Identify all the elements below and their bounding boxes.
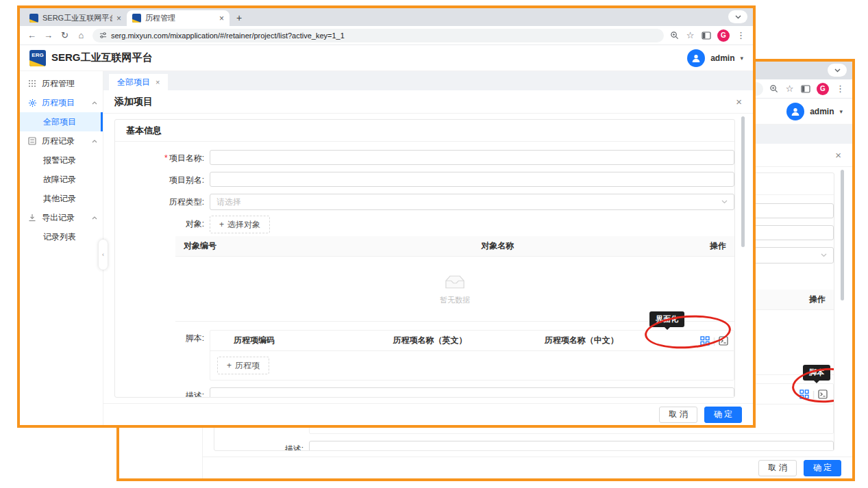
col-object-name: 对象名称 [481,240,702,252]
empty-text: 暂无数据 [440,295,470,305]
add-project-modal: 添加项目 × 基本信息 *项目名称: [103,90,753,425]
foreground-screenshot: SERG工业互联网平台 × 历程管理 × + ← → ↻ ⌂ se [17,5,756,428]
modal-close-icon[interactable]: × [835,150,841,160]
required-mark: * [164,153,168,163]
object-table: 对象编号 对象名称 操作 暂无数据 [175,236,734,322]
user-caret-icon: ▾ [740,55,743,62]
browser-profile-avatar[interactable]: G [817,83,829,95]
col-action: 操作 [801,294,826,305]
browser-tabstrip: SERG工业互联网平台 × 历程管理 × + [20,8,753,26]
col-journey-code: 历程项编码 [210,335,393,346]
download-icon [28,214,37,222]
sidebar-item-record-list[interactable]: 记录列表 [20,227,103,246]
sidebar-group-label: 历程项目 [42,97,75,109]
sidebar-group-export-records[interactable]: 导出记录 [20,208,103,227]
address-bar[interactable]: serg.mixyun.com/mixapplication/#/retaine… [92,29,664,42]
chevron-down-icon [821,253,827,257]
forward-icon[interactable]: → [43,31,53,40]
ok-button[interactable]: 确 定 [704,407,742,423]
zoom-icon[interactable] [670,31,679,40]
side-panel-icon[interactable] [702,31,711,40]
modal-close-icon[interactable]: × [736,97,742,107]
sidebar-title: 历程管理 [20,74,103,93]
reload-icon[interactable]: ↻ [60,31,70,40]
user-caret-icon: ▾ [839,108,843,115]
description-input[interactable] [309,441,834,451]
sidebar-item-all-projects[interactable]: 全部项目 [20,112,103,131]
sidebar-collapse-handle[interactable]: ‹ [99,240,108,270]
site-favicon [29,14,38,23]
tooltip-script-mode: 脚本 [803,365,830,381]
modal-scrollbar[interactable] [741,116,745,400]
plus-icon: + [227,361,232,370]
browser-menu-icon[interactable]: ⋮ [736,31,746,40]
user-avatar-icon[interactable] [687,49,705,67]
add-journey-item-button[interactable]: + 历程项 [217,357,269,374]
empty-box-icon [441,272,469,292]
gear-icon [28,99,37,107]
home-icon[interactable]: ⌂ [76,31,86,40]
project-name-label: *项目名称: [121,150,210,166]
serg-logo: ERG [29,50,46,66]
browser-menu-icon[interactable]: ⋮ [835,84,845,93]
site-favicon [132,14,141,23]
mode-switch-icons: | 界面化 脚本 [689,336,728,346]
cancel-button[interactable]: 取 消 [758,460,796,476]
tab-search-button[interactable] [828,64,847,77]
modal-scrollbar[interactable] [841,170,844,454]
side-panel-icon[interactable] [801,85,810,93]
content-tab-close-icon[interactable]: × [156,78,160,86]
modal-title: 添加项目 [114,96,153,108]
tab-close-icon[interactable]: × [219,14,224,23]
sidebar-group-journey-records[interactable]: 历程记录 [20,131,103,151]
description-label: 描述: [220,441,309,451]
chevron-up-icon [92,216,97,220]
chevron-down-icon [721,200,728,204]
project-name-input[interactable] [210,150,734,165]
select-object-button[interactable]: + 选择对象 [210,216,270,233]
sidebar-item-fault-records[interactable]: 故障记录 [20,170,103,189]
ok-button[interactable]: 确 定 [804,460,841,476]
tab-close-icon[interactable]: × [116,14,121,23]
sidebar-group-label: 导出记录 [42,212,75,224]
project-alias-input[interactable] [210,172,734,187]
interface-mode-icon[interactable] [700,336,710,346]
journey-item-table: 历程项编码 历程项名称（英文） 历程项名称（中文） [210,330,734,381]
object-table-header: 对象编号 对象名称 操作 [175,236,734,257]
browser-tab-journey[interactable]: 历程管理 × [127,10,230,26]
tab-search-button[interactable] [728,10,747,23]
project-alias-label: 项目别名: [121,172,210,188]
user-avatar-icon[interactable] [786,103,804,120]
composite-stage: SERG工业互联网平台 × 历程管理 × + ← → ↻ ⌂ se [0,0,868,488]
icon-divider: | [813,389,815,399]
sidebar-title-label: 历程管理 [42,78,75,90]
tune-icon [99,31,107,39]
sidebar-group-journey-projects[interactable]: 历程项目 [20,93,103,112]
user-name[interactable]: admin [710,53,734,63]
zoom-icon[interactable] [769,84,778,93]
chevron-up-icon [92,101,97,105]
interface-mode-icon[interactable] [799,389,809,399]
main-content: 全部项目 × 添加项目 × 基本信息 [103,71,753,425]
content-tab-all-projects[interactable]: 全部项目 × [109,74,168,90]
sidebar-item-alarm-records[interactable]: 报警记录 [20,151,103,170]
description-input[interactable] [210,387,734,398]
script-mode-icon[interactable] [818,389,828,399]
icon-divider: | [713,336,715,346]
cancel-button[interactable]: 取 消 [659,407,697,423]
journey-type-label: 历程类型: [121,194,210,210]
bookmark-star-icon[interactable]: ☆ [784,84,795,93]
basic-info-panel: 基本信息 *项目名称: 项目别名: [114,119,735,398]
new-tab-button[interactable]: + [232,11,246,25]
tab-title: 历程管理 [145,13,215,23]
bookmark-star-icon[interactable]: ☆ [685,31,695,40]
script-mode-icon[interactable] [719,336,728,346]
sidebar-group-label: 历程记录 [42,136,75,147]
browser-profile-avatar[interactable]: G [717,29,730,42]
url-text: serg.mixyun.com/mixapplication/#/retaine… [111,31,345,40]
back-icon[interactable]: ← [27,31,37,40]
sidebar-item-other-records[interactable]: 其他记录 [20,189,103,208]
user-name[interactable]: admin [810,107,834,116]
journey-type-select[interactable]: 请选择 [210,194,734,210]
browser-tab-serg[interactable]: SERG工业互联网平台 × [24,10,127,26]
